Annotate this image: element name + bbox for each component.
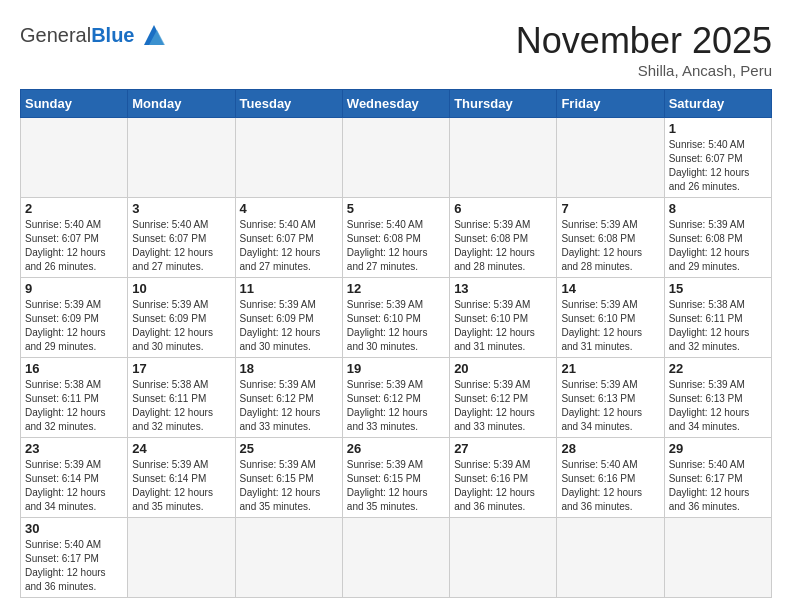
day-info-15: Sunrise: 5:38 AM Sunset: 6:11 PM Dayligh… bbox=[669, 298, 767, 354]
empty-cell bbox=[557, 118, 664, 198]
day-number-7: 7 bbox=[561, 201, 659, 216]
day-info-20: Sunrise: 5:39 AM Sunset: 6:12 PM Dayligh… bbox=[454, 378, 552, 434]
day-info-24: Sunrise: 5:39 AM Sunset: 6:14 PM Dayligh… bbox=[132, 458, 230, 514]
day-number-13: 13 bbox=[454, 281, 552, 296]
day-cell-29: 29 Sunrise: 5:40 AM Sunset: 6:17 PM Dayl… bbox=[664, 438, 771, 518]
day-cell-7: 7 Sunrise: 5:39 AM Sunset: 6:08 PM Dayli… bbox=[557, 198, 664, 278]
day-number-23: 23 bbox=[25, 441, 123, 456]
title-area: November 2025 Shilla, Ancash, Peru bbox=[516, 20, 772, 79]
day-number-8: 8 bbox=[669, 201, 767, 216]
empty-cell bbox=[21, 118, 128, 198]
day-cell-5: 5 Sunrise: 5:40 AM Sunset: 6:08 PM Dayli… bbox=[342, 198, 449, 278]
day-number-25: 25 bbox=[240, 441, 338, 456]
day-cell-3: 3 Sunrise: 5:40 AM Sunset: 6:07 PM Dayli… bbox=[128, 198, 235, 278]
logo-icon bbox=[139, 20, 169, 50]
day-info-25: Sunrise: 5:39 AM Sunset: 6:15 PM Dayligh… bbox=[240, 458, 338, 514]
weekday-header-row: Sunday Monday Tuesday Wednesday Thursday… bbox=[21, 90, 772, 118]
day-number-17: 17 bbox=[132, 361, 230, 376]
day-cell-27: 27 Sunrise: 5:39 AM Sunset: 6:16 PM Dayl… bbox=[450, 438, 557, 518]
day-cell-6: 6 Sunrise: 5:39 AM Sunset: 6:08 PM Dayli… bbox=[450, 198, 557, 278]
logo-blue-text: Blue bbox=[91, 24, 134, 47]
day-cell-22: 22 Sunrise: 5:39 AM Sunset: 6:13 PM Dayl… bbox=[664, 358, 771, 438]
day-info-14: Sunrise: 5:39 AM Sunset: 6:10 PM Dayligh… bbox=[561, 298, 659, 354]
empty-cell bbox=[664, 518, 771, 598]
day-info-7: Sunrise: 5:39 AM Sunset: 6:08 PM Dayligh… bbox=[561, 218, 659, 274]
day-info-10: Sunrise: 5:39 AM Sunset: 6:09 PM Dayligh… bbox=[132, 298, 230, 354]
day-number-15: 15 bbox=[669, 281, 767, 296]
header-thursday: Thursday bbox=[450, 90, 557, 118]
day-info-29: Sunrise: 5:40 AM Sunset: 6:17 PM Dayligh… bbox=[669, 458, 767, 514]
calendar-table: Sunday Monday Tuesday Wednesday Thursday… bbox=[20, 89, 772, 598]
day-number-4: 4 bbox=[240, 201, 338, 216]
day-info-22: Sunrise: 5:39 AM Sunset: 6:13 PM Dayligh… bbox=[669, 378, 767, 434]
day-info-16: Sunrise: 5:38 AM Sunset: 6:11 PM Dayligh… bbox=[25, 378, 123, 434]
day-info-11: Sunrise: 5:39 AM Sunset: 6:09 PM Dayligh… bbox=[240, 298, 338, 354]
day-number-16: 16 bbox=[25, 361, 123, 376]
empty-cell bbox=[128, 118, 235, 198]
day-cell-2: 2 Sunrise: 5:40 AM Sunset: 6:07 PM Dayli… bbox=[21, 198, 128, 278]
empty-cell bbox=[342, 118, 449, 198]
day-info-17: Sunrise: 5:38 AM Sunset: 6:11 PM Dayligh… bbox=[132, 378, 230, 434]
day-info-21: Sunrise: 5:39 AM Sunset: 6:13 PM Dayligh… bbox=[561, 378, 659, 434]
day-number-2: 2 bbox=[25, 201, 123, 216]
day-info-28: Sunrise: 5:40 AM Sunset: 6:16 PM Dayligh… bbox=[561, 458, 659, 514]
day-number-6: 6 bbox=[454, 201, 552, 216]
calendar-row: 30 Sunrise: 5:40 AM Sunset: 6:17 PM Dayl… bbox=[21, 518, 772, 598]
calendar-row: 1 Sunrise: 5:40 AM Sunset: 6:07 PM Dayli… bbox=[21, 118, 772, 198]
day-number-30: 30 bbox=[25, 521, 123, 536]
day-cell-20: 20 Sunrise: 5:39 AM Sunset: 6:12 PM Dayl… bbox=[450, 358, 557, 438]
day-number-11: 11 bbox=[240, 281, 338, 296]
header-sunday: Sunday bbox=[21, 90, 128, 118]
day-cell-15: 15 Sunrise: 5:38 AM Sunset: 6:11 PM Dayl… bbox=[664, 278, 771, 358]
day-info-9: Sunrise: 5:39 AM Sunset: 6:09 PM Dayligh… bbox=[25, 298, 123, 354]
day-cell-21: 21 Sunrise: 5:39 AM Sunset: 6:13 PM Dayl… bbox=[557, 358, 664, 438]
day-number-24: 24 bbox=[132, 441, 230, 456]
empty-cell bbox=[450, 518, 557, 598]
day-info-6: Sunrise: 5:39 AM Sunset: 6:08 PM Dayligh… bbox=[454, 218, 552, 274]
day-cell-11: 11 Sunrise: 5:39 AM Sunset: 6:09 PM Dayl… bbox=[235, 278, 342, 358]
calendar-row: 9 Sunrise: 5:39 AM Sunset: 6:09 PM Dayli… bbox=[21, 278, 772, 358]
day-number-18: 18 bbox=[240, 361, 338, 376]
calendar-row: 2 Sunrise: 5:40 AM Sunset: 6:07 PM Dayli… bbox=[21, 198, 772, 278]
day-cell-14: 14 Sunrise: 5:39 AM Sunset: 6:10 PM Dayl… bbox=[557, 278, 664, 358]
day-info-18: Sunrise: 5:39 AM Sunset: 6:12 PM Dayligh… bbox=[240, 378, 338, 434]
empty-cell bbox=[235, 118, 342, 198]
day-number-19: 19 bbox=[347, 361, 445, 376]
day-info-13: Sunrise: 5:39 AM Sunset: 6:10 PM Dayligh… bbox=[454, 298, 552, 354]
day-cell-12: 12 Sunrise: 5:39 AM Sunset: 6:10 PM Dayl… bbox=[342, 278, 449, 358]
day-cell-30: 30 Sunrise: 5:40 AM Sunset: 6:17 PM Dayl… bbox=[21, 518, 128, 598]
day-cell-18: 18 Sunrise: 5:39 AM Sunset: 6:12 PM Dayl… bbox=[235, 358, 342, 438]
header-monday: Monday bbox=[128, 90, 235, 118]
calendar-row: 16 Sunrise: 5:38 AM Sunset: 6:11 PM Dayl… bbox=[21, 358, 772, 438]
day-cell-26: 26 Sunrise: 5:39 AM Sunset: 6:15 PM Dayl… bbox=[342, 438, 449, 518]
day-number-29: 29 bbox=[669, 441, 767, 456]
day-info-12: Sunrise: 5:39 AM Sunset: 6:10 PM Dayligh… bbox=[347, 298, 445, 354]
calendar-row: 23 Sunrise: 5:39 AM Sunset: 6:14 PM Dayl… bbox=[21, 438, 772, 518]
day-info-5: Sunrise: 5:40 AM Sunset: 6:08 PM Dayligh… bbox=[347, 218, 445, 274]
day-cell-10: 10 Sunrise: 5:39 AM Sunset: 6:09 PM Dayl… bbox=[128, 278, 235, 358]
day-number-14: 14 bbox=[561, 281, 659, 296]
day-number-5: 5 bbox=[347, 201, 445, 216]
day-number-22: 22 bbox=[669, 361, 767, 376]
day-number-21: 21 bbox=[561, 361, 659, 376]
day-number-26: 26 bbox=[347, 441, 445, 456]
day-info-30: Sunrise: 5:40 AM Sunset: 6:17 PM Dayligh… bbox=[25, 538, 123, 594]
page-header: General Blue November 2025 Shilla, Ancas… bbox=[20, 20, 772, 79]
empty-cell bbox=[557, 518, 664, 598]
day-info-4: Sunrise: 5:40 AM Sunset: 6:07 PM Dayligh… bbox=[240, 218, 338, 274]
header-saturday: Saturday bbox=[664, 90, 771, 118]
location-subtitle: Shilla, Ancash, Peru bbox=[516, 62, 772, 79]
day-cell-9: 9 Sunrise: 5:39 AM Sunset: 6:09 PM Dayli… bbox=[21, 278, 128, 358]
day-info-23: Sunrise: 5:39 AM Sunset: 6:14 PM Dayligh… bbox=[25, 458, 123, 514]
day-info-19: Sunrise: 5:39 AM Sunset: 6:12 PM Dayligh… bbox=[347, 378, 445, 434]
day-cell-1: 1 Sunrise: 5:40 AM Sunset: 6:07 PM Dayli… bbox=[664, 118, 771, 198]
day-info-3: Sunrise: 5:40 AM Sunset: 6:07 PM Dayligh… bbox=[132, 218, 230, 274]
day-number-12: 12 bbox=[347, 281, 445, 296]
logo-general-text: General bbox=[20, 24, 91, 47]
logo-area: General Blue bbox=[20, 20, 169, 50]
header-friday: Friday bbox=[557, 90, 664, 118]
day-number-1: 1 bbox=[669, 121, 767, 136]
day-info-1: Sunrise: 5:40 AM Sunset: 6:07 PM Dayligh… bbox=[669, 138, 767, 194]
day-cell-19: 19 Sunrise: 5:39 AM Sunset: 6:12 PM Dayl… bbox=[342, 358, 449, 438]
day-cell-13: 13 Sunrise: 5:39 AM Sunset: 6:10 PM Dayl… bbox=[450, 278, 557, 358]
